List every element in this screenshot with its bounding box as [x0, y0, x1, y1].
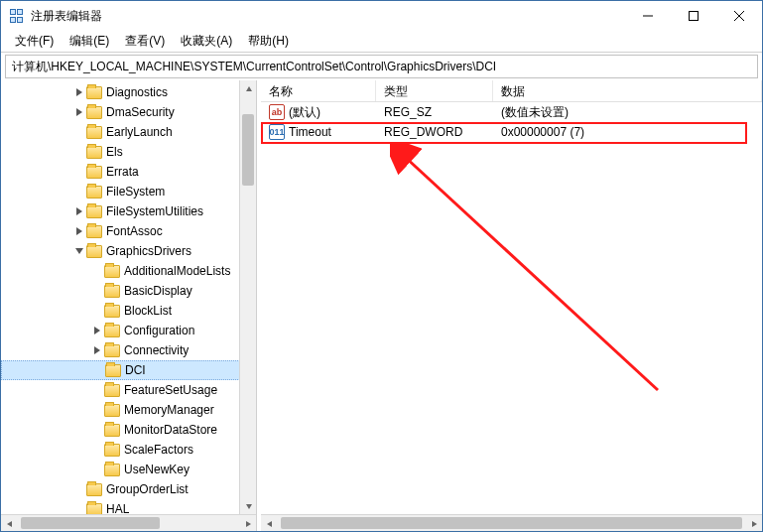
folder-icon — [104, 344, 120, 357]
svg-marker-14 — [246, 521, 251, 527]
tree-node-label: DmaSecurity — [106, 105, 175, 119]
values-list[interactable]: ab(默认)REG_SZ(数值未设置)011TimeoutREG_DWORD0x… — [261, 102, 762, 531]
tree-node[interactable]: Diagnostics — [1, 82, 256, 102]
value-row[interactable]: ab(默认)REG_SZ(数值未设置) — [261, 102, 762, 122]
folder-icon — [86, 126, 102, 139]
menu-view[interactable]: 查看(V) — [117, 31, 173, 52]
annotation-arrow-icon — [390, 142, 668, 400]
value-type: REG_DWORD — [376, 125, 493, 139]
value-data: 0x00000007 (7) — [493, 125, 762, 139]
close-button[interactable] — [716, 1, 762, 31]
tree-node[interactable]: EarlyLaunch — [1, 122, 256, 142]
svg-marker-17 — [267, 521, 272, 527]
tree-node[interactable]: AdditionalModeLists — [1, 261, 256, 281]
tree-node-label: ScaleFactors — [124, 443, 193, 457]
tree-node[interactable]: Errata — [1, 162, 256, 182]
tree-node-label: AdditionalModeLists — [124, 264, 230, 278]
maximize-button[interactable] — [671, 1, 716, 31]
col-name[interactable]: 名称 — [261, 80, 376, 101]
folder-icon — [86, 146, 102, 159]
chevron-right-icon[interactable] — [90, 346, 104, 354]
svg-line-16 — [404, 156, 658, 390]
svg-marker-5 — [76, 108, 82, 116]
value-data: (数值未设置) — [493, 104, 762, 121]
tree-node-label: Configuration — [124, 324, 194, 337]
folder-icon — [86, 166, 102, 179]
tree-node[interactable]: FileSystem — [1, 182, 256, 201]
values-header: 名称 类型 数据 — [261, 80, 762, 102]
chevron-right-icon[interactable] — [90, 327, 104, 334]
folder-icon — [104, 325, 120, 337]
menu-edit[interactable]: 编辑(E) — [62, 31, 117, 52]
tree-hscrollbar[interactable] — [1, 514, 256, 531]
tree-node[interactable]: BasicDisplay — [1, 281, 256, 301]
svg-marker-11 — [246, 86, 252, 91]
folder-icon — [104, 384, 120, 397]
tree-node[interactable]: DmaSecurity — [1, 102, 256, 122]
chevron-right-icon[interactable] — [72, 227, 86, 235]
svg-marker-9 — [94, 327, 100, 334]
tree-node[interactable]: MonitorDataStore — [1, 420, 256, 440]
folder-icon — [86, 186, 102, 199]
tree-node[interactable]: GroupOrderList — [1, 479, 256, 499]
value-name: (默认) — [289, 104, 320, 121]
folder-icon — [86, 245, 102, 258]
tree-node[interactable]: FeatureSetUsage — [1, 380, 256, 400]
menu-help[interactable]: 帮助(H) — [240, 31, 297, 52]
tree-node-label: Diagnostics — [106, 85, 168, 99]
tree-pane: DiagnosticsDmaSecurityEarlyLaunchElsErra… — [1, 80, 257, 531]
tree-node[interactable]: BlockList — [1, 301, 256, 321]
folder-icon — [104, 265, 120, 278]
tree-node[interactable]: MemoryManager — [1, 400, 256, 420]
col-type[interactable]: 类型 — [376, 80, 493, 101]
values-pane: 名称 类型 数据 ab(默认)REG_SZ(数值未设置)011TimeoutRE… — [261, 80, 762, 531]
tree-node[interactable]: FontAssoc — [1, 221, 256, 241]
tree-node-label: EarlyLaunch — [106, 125, 173, 139]
tree-node[interactable]: Els — [1, 142, 256, 162]
folder-icon — [86, 106, 102, 119]
tree-node-label: FileSystem — [106, 185, 165, 199]
titlebar: 注册表编辑器 — [1, 1, 762, 31]
tree-node-label: Connectivity — [124, 343, 189, 357]
tree-node-label: MemoryManager — [124, 403, 214, 417]
tree-node[interactable]: Connectivity — [1, 340, 256, 360]
folder-icon — [86, 205, 102, 218]
menu-fav[interactable]: 收藏夹(A) — [173, 31, 240, 52]
svg-marker-4 — [76, 88, 82, 96]
value-type: REG_SZ — [376, 105, 493, 119]
tree-node[interactable]: FileSystemUtilities — [1, 201, 256, 221]
tree-node[interactable]: ScaleFactors — [1, 440, 256, 460]
values-hscrollbar[interactable] — [261, 514, 762, 531]
dword-value-icon: 011 — [269, 124, 285, 140]
tree-vscrollbar[interactable] — [239, 80, 256, 514]
tree-node[interactable]: Configuration — [1, 321, 256, 340]
folder-icon — [86, 225, 102, 238]
string-value-icon: ab — [269, 104, 285, 120]
tree-node[interactable]: GraphicsDrivers — [1, 241, 256, 261]
tree-node-label: DCI — [125, 363, 146, 377]
tree-node[interactable]: DCI — [1, 360, 256, 380]
tree-node-label: FontAssoc — [106, 224, 163, 238]
svg-marker-10 — [94, 346, 100, 354]
tree-node-label: BlockList — [124, 304, 172, 318]
folder-icon — [104, 444, 120, 457]
tree-node-label: Errata — [106, 165, 139, 179]
regedit-icon — [9, 8, 25, 24]
col-data[interactable]: 数据 — [493, 80, 762, 101]
menu-file[interactable]: 文件(F) — [7, 31, 62, 52]
folder-icon — [104, 424, 120, 437]
tree-node[interactable]: UseNewKey — [1, 460, 256, 479]
chevron-right-icon[interactable] — [72, 88, 86, 96]
minimize-button[interactable] — [625, 1, 671, 31]
window-title: 注册表编辑器 — [31, 8, 625, 25]
address-text: 计算机\HKEY_LOCAL_MACHINE\SYSTEM\CurrentCon… — [12, 59, 496, 75]
tree-node-label: GraphicsDrivers — [106, 244, 191, 258]
address-bar[interactable]: 计算机\HKEY_LOCAL_MACHINE\SYSTEM\CurrentCon… — [5, 55, 758, 78]
chevron-down-icon[interactable] — [72, 247, 86, 255]
value-row[interactable]: 011TimeoutREG_DWORD0x00000007 (7) — [261, 122, 762, 142]
chevron-right-icon[interactable] — [72, 108, 86, 116]
chevron-right-icon[interactable] — [72, 207, 86, 215]
registry-tree[interactable]: DiagnosticsDmaSecurityEarlyLaunchElsErra… — [1, 80, 256, 521]
folder-icon — [104, 285, 120, 298]
folder-icon — [86, 86, 102, 99]
